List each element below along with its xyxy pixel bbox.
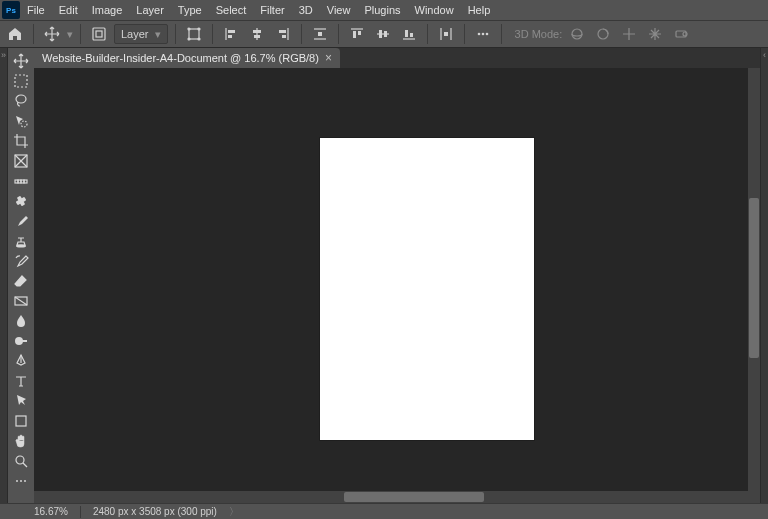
svg-rect-14	[279, 30, 286, 33]
horizontal-scrollbar[interactable]	[34, 491, 748, 503]
menu-view[interactable]: View	[320, 0, 358, 20]
menu-filter[interactable]: Filter	[253, 0, 291, 20]
svg-rect-15	[282, 35, 286, 38]
spot-heal-tool[interactable]	[10, 191, 32, 211]
document-tab-title: Website-Builder-Insider-A4-Document @ 16…	[42, 52, 319, 64]
svg-line-58	[23, 463, 27, 467]
svg-rect-11	[253, 30, 261, 33]
brush-tool[interactable]	[10, 211, 32, 231]
clone-stamp-tool[interactable]	[10, 231, 32, 251]
home-button[interactable]	[4, 23, 26, 45]
align-vcenter-button[interactable]	[372, 23, 394, 45]
align-left-button[interactable]	[220, 23, 242, 45]
menu-file[interactable]: File	[20, 0, 52, 20]
frame-tool[interactable]	[10, 151, 32, 171]
pen-tool[interactable]	[10, 351, 32, 371]
svg-point-34	[572, 29, 582, 39]
eraser-tool[interactable]	[10, 271, 32, 291]
more-options-button[interactable]	[472, 23, 494, 45]
document-area: Website-Builder-Insider-A4-Document @ 16…	[34, 48, 760, 503]
3d-slide-button[interactable]	[644, 23, 666, 45]
svg-rect-18	[318, 32, 322, 36]
edit-toolbar-button[interactable]	[10, 471, 32, 491]
svg-rect-2	[189, 29, 199, 39]
svg-point-53	[15, 337, 23, 345]
gradient-tool[interactable]	[10, 291, 32, 311]
menu-help[interactable]: Help	[461, 0, 498, 20]
menu-window[interactable]: Window	[408, 0, 461, 20]
hand-tool[interactable]	[10, 431, 32, 451]
menu-bar: Ps File Edit Image Layer Type Select Fil…	[0, 0, 768, 20]
svg-rect-1	[96, 31, 102, 37]
options-bar: ▾ Layer ▾ 3D Mode:	[0, 20, 768, 48]
3d-zoom-button[interactable]	[670, 23, 692, 45]
move-tool[interactable]	[10, 51, 32, 71]
3d-roll-button[interactable]	[592, 23, 614, 45]
status-zoom[interactable]: 16.67%	[34, 506, 68, 517]
3d-pan-button[interactable]	[618, 23, 640, 45]
close-icon[interactable]: ×	[325, 51, 332, 65]
svg-point-57	[16, 456, 24, 464]
menu-select[interactable]: Select	[209, 0, 254, 20]
quick-select-tool[interactable]	[10, 111, 32, 131]
layer-dropdown-label: Layer	[121, 28, 149, 40]
auto-select-layer-dropdown[interactable]: Layer ▾	[114, 24, 168, 44]
svg-point-32	[481, 33, 484, 36]
path-select-tool[interactable]	[10, 391, 32, 411]
crop-tool[interactable]	[10, 131, 32, 151]
workspace: » Website-Builder-Insider-A4-Document @ …	[0, 48, 768, 503]
marquee-tool[interactable]	[10, 71, 32, 91]
panel-collapse-handle[interactable]: ‹	[760, 48, 768, 503]
align-top-button[interactable]	[346, 23, 368, 45]
svg-line-52	[15, 297, 27, 305]
menu-plugins[interactable]: Plugins	[357, 0, 407, 20]
dodge-tool[interactable]	[10, 331, 32, 351]
menu-layer[interactable]: Layer	[129, 0, 171, 20]
svg-rect-47	[24, 180, 27, 183]
svg-rect-56	[16, 416, 26, 426]
status-dimensions[interactable]: 2480 px x 3508 px (300 ppi)	[93, 506, 217, 517]
blur-tool[interactable]	[10, 311, 32, 331]
svg-rect-27	[410, 33, 413, 37]
shape-tool[interactable]	[10, 411, 32, 431]
svg-point-61	[24, 480, 26, 482]
menu-3d[interactable]: 3D	[292, 0, 320, 20]
menu-type[interactable]: Type	[171, 0, 209, 20]
svg-point-31	[477, 33, 480, 36]
move-tool-indicator[interactable]	[41, 23, 63, 45]
svg-point-6	[198, 38, 200, 40]
type-tool[interactable]	[10, 371, 32, 391]
lasso-tool[interactable]	[10, 91, 32, 111]
vertical-scrollbar[interactable]	[748, 68, 760, 503]
svg-point-3	[188, 28, 190, 30]
3d-orbit-button[interactable]	[566, 23, 588, 45]
align-right-button[interactable]	[272, 23, 294, 45]
menu-image[interactable]: Image	[85, 0, 130, 20]
status-bar: 16.67% 2480 px x 3508 px (300 ppi) 〉	[0, 503, 768, 519]
svg-rect-8	[228, 30, 235, 33]
status-disclosure-icon[interactable]: 〉	[229, 505, 239, 519]
chevron-down-icon[interactable]: ▾	[67, 28, 73, 41]
distribute-hspacing-button[interactable]	[309, 23, 331, 45]
toolbar	[8, 48, 34, 503]
auto-select-toggle[interactable]	[88, 23, 110, 45]
svg-rect-20	[353, 31, 356, 38]
distribute-vspacing-button[interactable]	[435, 23, 457, 45]
eyedropper-tool[interactable]	[10, 171, 32, 191]
svg-point-5	[188, 38, 190, 40]
svg-rect-21	[358, 31, 361, 35]
align-bottom-button[interactable]	[398, 23, 420, 45]
chevron-down-icon: ▾	[155, 28, 161, 41]
document-tab[interactable]: Website-Builder-Insider-A4-Document @ 16…	[34, 48, 340, 68]
transform-controls-toggle[interactable]	[183, 23, 205, 45]
svg-rect-30	[444, 32, 448, 36]
menu-edit[interactable]: Edit	[52, 0, 85, 20]
toolbar-collapse-handle[interactable]: »	[0, 48, 8, 503]
svg-rect-9	[228, 35, 232, 38]
svg-point-33	[485, 33, 488, 36]
history-brush-tool[interactable]	[10, 251, 32, 271]
document-tab-bar: Website-Builder-Insider-A4-Document @ 16…	[34, 48, 760, 68]
zoom-tool[interactable]	[10, 451, 32, 471]
canvas[interactable]	[34, 68, 760, 503]
align-hcenter-button[interactable]	[246, 23, 268, 45]
